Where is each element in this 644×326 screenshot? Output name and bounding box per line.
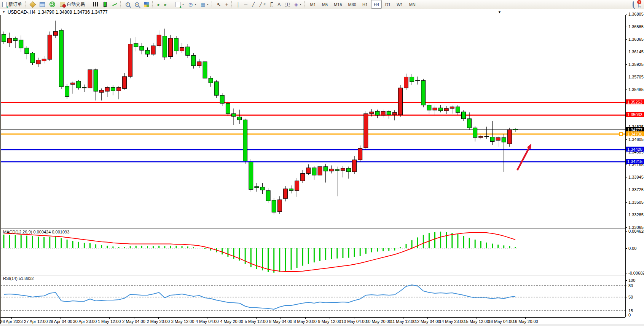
price-axis-label: 1.36365 bbox=[628, 37, 644, 42]
fibonacci-icon: F bbox=[270, 2, 273, 7]
candle-body bbox=[473, 128, 477, 137]
timeframe-button-mn[interactable]: MN bbox=[406, 0, 418, 9]
axis-tick bbox=[626, 248, 627, 249]
separator bbox=[152, 1, 155, 8]
macd-axis-label: 0.00 bbox=[628, 246, 636, 251]
chart-symbol-title: USDCAD-,H4 bbox=[8, 10, 35, 15]
metaeditor-button[interactable] bbox=[28, 0, 37, 9]
signals-button[interactable] bbox=[47, 0, 57, 9]
price-line-badge: 1.34428 bbox=[626, 147, 644, 152]
channel-tool-button[interactable]: ╱E bbox=[257, 0, 268, 9]
bar-chart-button[interactable] bbox=[91, 0, 100, 9]
price-chart-panel[interactable] bbox=[0, 15, 625, 229]
price-axis[interactable]: 1.368051.365851.363651.361451.359251.357… bbox=[625, 15, 644, 317]
time-axis[interactable]: 26 Apr 202327 Apr 12:0028 Apr 04:0030 Ap… bbox=[0, 317, 625, 324]
time-axis-label: 11 May 12:00 bbox=[391, 319, 416, 324]
rsi-chart[interactable] bbox=[1, 275, 625, 317]
chat-button[interactable]: 1 bbox=[638, 2, 639, 7]
search-button[interactable] bbox=[633, 2, 634, 7]
timeframe-button-h4[interactable]: H4 bbox=[371, 0, 382, 9]
axis-tick bbox=[626, 52, 627, 52]
axis-tick bbox=[626, 165, 627, 165]
toolbar-right-group: 1 bbox=[633, 2, 644, 7]
candle-body bbox=[266, 190, 270, 201]
macd-chart[interactable] bbox=[1, 229, 625, 275]
timeframe-button-w1[interactable]: W1 bbox=[394, 0, 406, 9]
collapse-chart-icon[interactable]: ▼ bbox=[2, 10, 5, 14]
new-order-button[interactable]: 新订单 bbox=[0, 0, 24, 9]
text-label-tool-button[interactable]: T bbox=[283, 0, 292, 9]
candle-body bbox=[157, 35, 161, 46]
profiles-button[interactable] bbox=[37, 0, 47, 9]
candlestick-chart[interactable] bbox=[1, 15, 625, 229]
crosshair-tool-button[interactable]: + bbox=[223, 0, 231, 9]
candlestick-chart-button[interactable] bbox=[100, 0, 110, 9]
text-icon: A bbox=[277, 2, 281, 7]
timeframe-button-h1[interactable]: H1 bbox=[360, 0, 370, 9]
candle-body bbox=[387, 111, 391, 115]
axis-tick bbox=[626, 215, 627, 215]
candle-body bbox=[238, 117, 242, 120]
trendline-tool-button[interactable]: ╱ bbox=[250, 0, 257, 9]
candle-body bbox=[128, 44, 132, 77]
fibonacci-tool-button[interactable]: F bbox=[268, 0, 275, 9]
axis-tick bbox=[626, 315, 627, 315]
candle-body bbox=[438, 108, 443, 110]
rsi-label: RSI(14) 51.8832 bbox=[3, 276, 34, 281]
candle-body bbox=[255, 187, 259, 188]
candle-body bbox=[341, 168, 345, 171]
candle-body bbox=[370, 112, 374, 113]
indicators-icon bbox=[175, 2, 180, 7]
templates-button[interactable]: ▦▾ bbox=[198, 0, 210, 9]
separator bbox=[231, 1, 234, 8]
cursor-tool-button[interactable]: ↖ bbox=[215, 0, 223, 9]
rsi-panel[interactable]: RSI(14) 51.8832 bbox=[0, 275, 625, 317]
annotation-arrow-shaft bbox=[517, 148, 529, 170]
periods-button[interactable]: ◷▾ bbox=[186, 0, 198, 9]
annotation-arrow-head bbox=[527, 144, 531, 149]
axis-tick bbox=[626, 177, 627, 177]
candle-body bbox=[88, 70, 92, 88]
auto-scroll-button[interactable]: ▸ bbox=[155, 0, 162, 9]
line-chart-button[interactable] bbox=[110, 0, 120, 9]
zoom-in-button[interactable]: + bbox=[123, 0, 132, 9]
time-axis-label: 10 May 04:00 bbox=[341, 319, 367, 324]
arrows-tool-button[interactable]: ◈▾ bbox=[292, 0, 303, 9]
chart-ohlc-values: 1.34790 1.34808 1.34736 1.34777 bbox=[38, 10, 108, 15]
macd-panel[interactable]: MACD(12,26,9) 0.000424 0.001093 bbox=[0, 229, 625, 275]
timeframe-button-m30[interactable]: M30 bbox=[346, 0, 359, 9]
status-strip bbox=[0, 324, 644, 326]
timeframe-button-m15[interactable]: M15 bbox=[331, 0, 344, 9]
axis-tick bbox=[626, 286, 627, 286]
price-axis-label: 1.36145 bbox=[628, 50, 644, 54]
auto-trading-label: 自动交易 bbox=[67, 1, 85, 8]
periods-icon: ◷ bbox=[188, 2, 193, 7]
time-axis-label: 1 May 12:00 bbox=[98, 319, 121, 324]
candle-body bbox=[416, 80, 420, 81]
timeframe-button-d1[interactable]: D1 bbox=[383, 0, 393, 9]
candle-body bbox=[203, 62, 207, 78]
vertical-line-tool-button[interactable]: │ bbox=[234, 0, 242, 9]
candle-body bbox=[450, 107, 454, 108]
timeframe-button-m1[interactable]: M1 bbox=[308, 0, 319, 9]
candle-body bbox=[329, 169, 333, 171]
cursor-icon: ↖ bbox=[217, 2, 221, 7]
time-axis-label: 28 Apr 04:00 bbox=[48, 319, 72, 324]
separator bbox=[304, 1, 307, 8]
candle-body bbox=[186, 47, 190, 55]
axis-tick bbox=[626, 202, 627, 203]
auto-trading-button[interactable]: 自动交易 bbox=[57, 0, 87, 9]
text-tool-button[interactable]: A bbox=[275, 0, 283, 9]
chart-shift-button[interactable]: ▸ bbox=[162, 0, 169, 9]
candle-body bbox=[174, 38, 179, 51]
timeframe-button-m5[interactable]: M5 bbox=[319, 0, 330, 9]
indicators-button[interactable]: ▾ bbox=[173, 0, 186, 9]
candle-body bbox=[48, 35, 52, 59]
axis-tick bbox=[626, 280, 627, 281]
tile-windows-button[interactable] bbox=[142, 0, 151, 9]
zoom-out-button[interactable]: − bbox=[132, 0, 142, 9]
horizontal-line-tool-button[interactable]: ─ bbox=[242, 0, 250, 9]
chevron-down-icon: ▾ bbox=[182, 3, 184, 6]
candle-body bbox=[25, 48, 29, 54]
candle-body bbox=[117, 87, 121, 91]
